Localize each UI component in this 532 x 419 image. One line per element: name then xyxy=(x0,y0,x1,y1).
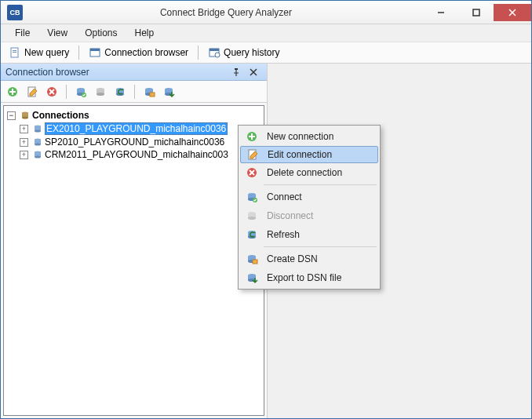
svg-point-64 xyxy=(248,217,256,220)
cm-create-dsn[interactable]: Create DSN xyxy=(240,250,378,268)
query-history-label: Query history xyxy=(224,47,279,58)
create-dsn-button[interactable] xyxy=(140,83,158,100)
cm-label: Create DSN xyxy=(261,253,318,264)
edit-connection-button[interactable] xyxy=(24,83,41,100)
panel-toolbar xyxy=(1,81,267,103)
connection-browser-panel: Connection browser − xyxy=(1,64,268,418)
document-icon xyxy=(9,46,21,59)
connect-icon xyxy=(243,191,261,203)
minimize-button[interactable] xyxy=(423,4,458,21)
menu-separator xyxy=(264,246,377,247)
menubar: File View Options Help xyxy=(1,24,531,42)
tree-item-label: CRM2011_PLAYGROUND_michalhainc003 xyxy=(45,149,228,160)
add-icon xyxy=(243,130,261,143)
dsn-icon xyxy=(243,253,261,265)
export-dsn-button[interactable] xyxy=(160,83,177,100)
expand-icon[interactable]: + xyxy=(20,151,28,159)
window-icon xyxy=(89,46,101,59)
export-icon xyxy=(243,271,261,284)
tree-root-connections[interactable]: − Connections xyxy=(5,109,262,122)
cm-new-connection[interactable]: New connection xyxy=(240,127,378,146)
cm-refresh[interactable]: Refresh xyxy=(240,225,378,244)
svg-rect-10 xyxy=(210,49,219,51)
pin-icon[interactable] xyxy=(228,64,245,81)
database-icon xyxy=(32,149,43,160)
connect-button[interactable] xyxy=(72,83,89,100)
tree-item-connection[interactable]: + EX2010_PLAYGROUND_michalhainc0036 xyxy=(5,122,262,136)
svg-point-50 xyxy=(35,156,41,158)
delete-connection-button[interactable] xyxy=(43,83,60,100)
cm-edit-connection[interactable]: Edit connection xyxy=(240,146,378,163)
window-title: Connect Bridge Query Analyzer xyxy=(29,7,423,18)
panel-title: Connection browser xyxy=(5,67,89,78)
history-icon xyxy=(208,46,220,59)
delete-icon xyxy=(243,166,261,179)
panel-close-icon[interactable] xyxy=(245,64,262,81)
cm-delete-connection[interactable]: Delete connection xyxy=(240,163,378,182)
menu-separator xyxy=(264,184,377,185)
svg-rect-8 xyxy=(90,49,100,51)
new-query-label: New query xyxy=(24,47,69,58)
menu-help[interactable]: Help xyxy=(127,26,162,40)
svg-point-44 xyxy=(35,130,41,133)
menu-view[interactable]: View xyxy=(39,26,75,40)
app-icon: CB xyxy=(7,5,23,20)
cm-disconnect: Disconnect xyxy=(240,206,378,225)
svg-rect-12 xyxy=(235,68,238,70)
svg-rect-1 xyxy=(473,9,479,16)
svg-rect-71 xyxy=(253,260,257,264)
panel-header: Connection browser xyxy=(1,64,267,81)
collapse-icon[interactable]: − xyxy=(7,111,16,120)
tree-root-label: Connections xyxy=(32,110,89,121)
tree-item-label: SP2010_PLAYGROUND_michalhainc0036 xyxy=(45,137,224,148)
maximize-button[interactable] xyxy=(458,4,494,21)
svg-rect-5 xyxy=(13,50,16,51)
add-connection-button[interactable] xyxy=(4,83,21,100)
cm-label: Refresh xyxy=(261,229,300,240)
tree-item-connection[interactable]: + SP2010_PLAYGROUND_michalhainc0036 xyxy=(5,136,262,148)
menu-file[interactable]: File xyxy=(7,26,38,40)
cm-export-dsn[interactable]: Export to DSN file xyxy=(240,268,378,287)
database-icon xyxy=(32,137,43,148)
svg-point-28 xyxy=(97,93,104,96)
context-menu: New connection Edit connection Delete co… xyxy=(238,125,381,290)
database-icon xyxy=(32,123,43,134)
svg-point-47 xyxy=(35,144,41,146)
expand-icon[interactable]: + xyxy=(20,138,28,147)
window-buttons xyxy=(423,4,531,21)
svg-rect-35 xyxy=(150,93,155,97)
disconnect-icon xyxy=(243,210,261,222)
cm-label: Connect xyxy=(261,191,302,202)
connection-browser-label: Connection browser xyxy=(104,47,188,58)
cm-label: New connection xyxy=(261,131,333,142)
app-window: CB Connect Bridge Query Analyzer File Vi… xyxy=(0,0,532,419)
cm-label: Delete connection xyxy=(261,167,342,178)
svg-point-41 xyxy=(22,117,28,119)
svg-rect-6 xyxy=(13,52,16,53)
cm-label: Edit connection xyxy=(261,149,332,160)
expand-icon[interactable]: + xyxy=(20,125,28,133)
new-query-button[interactable]: New query xyxy=(4,45,74,60)
refresh-icon xyxy=(243,228,261,241)
cm-label: Disconnect xyxy=(261,210,313,221)
query-history-button[interactable]: Query history xyxy=(203,45,284,60)
titlebar: CB Connect Bridge Query Analyzer xyxy=(1,1,531,24)
edit-icon xyxy=(244,148,261,161)
disconnect-button[interactable] xyxy=(92,83,109,100)
toolbar-separator xyxy=(198,46,199,60)
svg-point-11 xyxy=(215,53,220,57)
tree-item-connection[interactable]: + CRM2011_PLAYGROUND_michalhainc003 xyxy=(5,148,262,161)
cm-connect[interactable]: Connect xyxy=(240,188,378,206)
toolbar-separator xyxy=(66,85,67,99)
toolbar-separator xyxy=(78,46,79,60)
toolbar-separator xyxy=(134,85,135,99)
connection-tree[interactable]: − Connections + EX2010_PLAYGROUND_michal… xyxy=(3,105,264,416)
tree-item-label: EX2010_PLAYGROUND_michalhainc0036 xyxy=(45,122,228,135)
refresh-button[interactable] xyxy=(111,83,129,100)
close-button[interactable] xyxy=(494,4,531,21)
database-icon xyxy=(20,110,31,121)
connection-browser-button[interactable]: Connection browser xyxy=(84,45,193,60)
menu-options[interactable]: Options xyxy=(77,26,125,40)
main-toolbar: New query Connection browser Query histo… xyxy=(1,42,531,64)
cm-label: Export to DSN file xyxy=(261,272,341,283)
